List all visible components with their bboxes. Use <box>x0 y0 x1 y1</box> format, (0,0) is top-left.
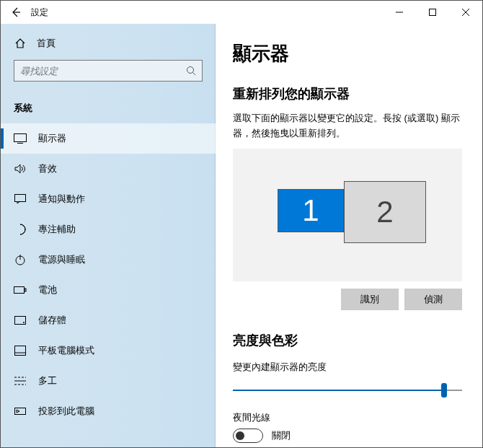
sidebar-section-label: 系統 <box>1 89 216 123</box>
sidebar-item-multitask[interactable]: 多工 <box>1 366 216 396</box>
svg-rect-1 <box>430 9 436 16</box>
brightness-slider[interactable] <box>233 382 462 398</box>
maximize-icon <box>429 9 436 16</box>
sidebar-item-label: 電池 <box>38 284 57 297</box>
search-box[interactable] <box>14 60 203 82</box>
sidebar: 首頁 系統 顯示器 音效 通知與動作 <box>1 24 216 447</box>
sidebar-item-power[interactable]: 電源與睡眠 <box>1 245 216 275</box>
display-icon <box>14 132 27 145</box>
sidebar-item-label: 音效 <box>38 162 57 175</box>
sidebar-home[interactable]: 首頁 <box>1 27 216 60</box>
svg-line-5 <box>193 73 196 76</box>
svg-rect-8 <box>15 195 26 202</box>
identify-button[interactable]: 識別 <box>341 289 399 310</box>
svg-point-4 <box>187 67 194 74</box>
tablet-icon <box>14 344 27 357</box>
minimize-icon <box>396 9 403 16</box>
slider-thumb[interactable] <box>441 383 447 398</box>
monitor-arrange-area[interactable]: 1 2 <box>233 149 462 281</box>
titlebar: 設定 <box>1 1 482 24</box>
multitask-icon <box>14 374 27 387</box>
sidebar-item-tablet[interactable]: 平板電腦模式 <box>1 335 216 366</box>
storage-icon <box>14 314 27 327</box>
sidebar-item-focus[interactable]: 專注輔助 <box>1 214 216 245</box>
maximize-button[interactable] <box>416 1 449 24</box>
sidebar-item-label: 電源與睡眠 <box>38 253 85 266</box>
power-icon <box>14 253 27 266</box>
sidebar-item-display[interactable]: 顯示器 <box>1 123 216 154</box>
sidebar-item-label: 通知與動作 <box>38 193 85 206</box>
sidebar-item-label: 多工 <box>38 374 57 387</box>
svg-rect-15 <box>15 346 26 356</box>
sidebar-item-label: 平板電腦模式 <box>38 344 94 357</box>
focus-icon <box>14 223 27 236</box>
home-icon <box>14 37 27 50</box>
svg-rect-11 <box>14 287 25 294</box>
monitor-1[interactable]: 1 <box>278 189 344 232</box>
notifications-icon <box>14 193 27 206</box>
brightness-slider-label: 變更內建顯示器的亮度 <box>233 361 462 374</box>
nightlight-state: 關閉 <box>272 429 291 442</box>
section-brightness-heading: 亮度與色彩 <box>233 332 462 349</box>
svg-rect-6 <box>14 134 27 142</box>
sidebar-nav: 顯示器 音效 通知與動作 專注輔助 電源與睡眠 電池 <box>1 123 216 426</box>
sidebar-item-project[interactable]: 投影到此電腦 <box>1 396 216 426</box>
sidebar-item-label: 顯示器 <box>38 132 66 145</box>
nightlight-toggle[interactable] <box>233 429 263 443</box>
minimize-button[interactable] <box>383 1 416 24</box>
project-icon <box>14 405 27 418</box>
close-button[interactable] <box>449 1 482 24</box>
sidebar-item-storage[interactable]: 儲存體 <box>1 305 216 335</box>
sidebar-item-label: 儲存體 <box>38 314 66 327</box>
sidebar-item-sound[interactable]: 音效 <box>1 154 216 184</box>
arrange-hint: 選取下面的顯示器以變更它的設定。長按 (或選取) 顯示器，然後拖曳以重新排列。 <box>233 111 462 141</box>
content-pane: 顯示器 重新排列您的顯示器 選取下面的顯示器以變更它的設定。長按 (或選取) 顯… <box>216 24 482 447</box>
sidebar-item-label: 投影到此電腦 <box>38 405 94 418</box>
section-arrange-heading: 重新排列您的顯示器 <box>233 85 462 102</box>
back-button[interactable] <box>11 7 21 17</box>
search-icon <box>186 66 196 76</box>
svg-point-14 <box>23 322 25 323</box>
home-label: 首頁 <box>37 37 56 50</box>
sidebar-item-battery[interactable]: 電池 <box>1 275 216 305</box>
battery-icon <box>14 284 27 297</box>
search-input[interactable] <box>20 66 186 76</box>
sidebar-item-notifications[interactable]: 通知與動作 <box>1 184 216 214</box>
svg-rect-12 <box>25 289 26 291</box>
arrow-left-icon <box>11 7 21 17</box>
detect-button[interactable]: 偵測 <box>404 289 462 310</box>
sound-icon <box>14 162 27 175</box>
monitor-2[interactable]: 2 <box>344 181 426 243</box>
page-title: 顯示器 <box>233 41 462 66</box>
nightlight-label: 夜間光線 <box>233 411 462 424</box>
toggle-knob <box>236 431 244 440</box>
sidebar-item-label: 專注輔助 <box>38 223 76 236</box>
window-title: 設定 <box>31 6 48 19</box>
close-icon <box>462 9 469 16</box>
